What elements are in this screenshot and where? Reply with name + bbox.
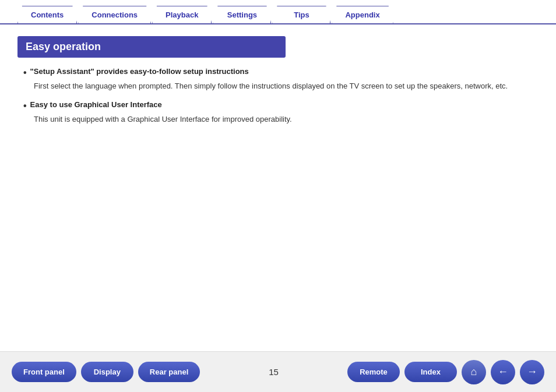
rear-panel-button[interactable]: Rear panel (138, 362, 200, 382)
nav-tab-appendix[interactable]: Appendix (332, 6, 393, 23)
remote-button[interactable]: Remote (347, 362, 400, 382)
page-number: 15 (269, 367, 279, 377)
index-button[interactable]: Index (404, 362, 457, 382)
home-icon: ⌂ (471, 366, 477, 378)
bullet-heading-1: "Setup Assistant" provides easy-to-follo… (30, 67, 249, 76)
forward-icon: → (527, 366, 537, 378)
nav-tab-tips[interactable]: Tips (272, 6, 330, 23)
section-title: Easy operation (17, 36, 286, 58)
bullet-item-2: • Easy to use Graphical User Interface T… (23, 100, 533, 125)
nav-tab-playback[interactable]: Playback (152, 6, 212, 23)
main-content: Easy operation • "Setup Assistant" provi… (0, 24, 556, 144)
bullet-dot-1: • (23, 67, 27, 78)
back-button[interactable]: ← (491, 360, 515, 384)
back-icon: ← (498, 366, 508, 378)
bullet-body-2: This unit is equipped with a Graphical U… (34, 114, 533, 125)
bullet-title-1: • "Setup Assistant" provides easy-to-fol… (23, 67, 533, 78)
front-panel-button[interactable]: Front panel (12, 362, 76, 382)
nav-tab-connections[interactable]: Connections (78, 6, 151, 23)
bullet-item-1: • "Setup Assistant" provides easy-to-fol… (23, 67, 533, 92)
bullet-body-1: First select the language when prompted.… (34, 80, 533, 92)
bottom-left-buttons: Front panel Display Rear panel (12, 362, 200, 382)
home-button[interactable]: ⌂ (462, 360, 486, 384)
bottom-navigation-bar: Front panel Display Rear panel 15 Remote… (0, 351, 556, 392)
display-button[interactable]: Display (81, 362, 133, 382)
nav-tab-settings[interactable]: Settings (213, 6, 271, 23)
forward-button[interactable]: → (520, 360, 544, 384)
bullet-dot-2: • (23, 100, 27, 111)
content-body: • "Setup Assistant" provides easy-to-fol… (17, 67, 539, 125)
nav-tab-contents[interactable]: Contents (17, 6, 77, 23)
bullet-heading-2: Easy to use Graphical User Interface (30, 100, 162, 109)
bullet-title-2: • Easy to use Graphical User Interface (23, 100, 533, 111)
top-navigation: ContentsConnectionsPlaybackSettingsTipsA… (0, 0, 556, 24)
bottom-right-buttons: ⌂ ← → (462, 360, 544, 384)
bottom-center: 15 (269, 367, 279, 377)
